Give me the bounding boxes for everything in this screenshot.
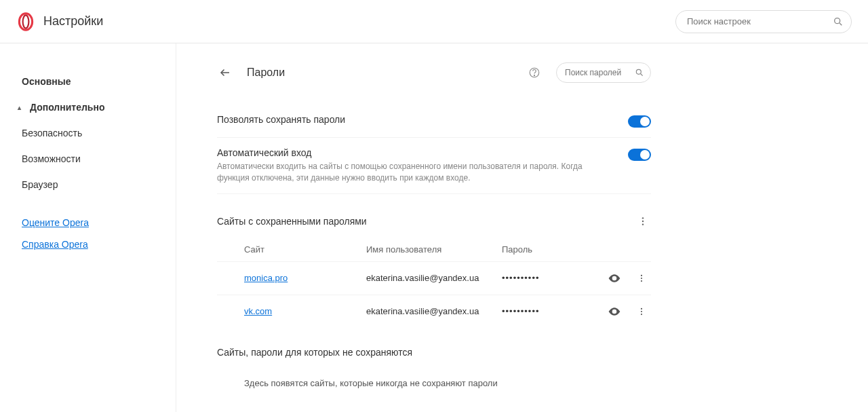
svg-point-17 xyxy=(641,307,642,309)
svg-point-15 xyxy=(641,280,642,282)
svg-point-13 xyxy=(641,274,642,276)
svg-point-16 xyxy=(613,310,615,312)
svg-point-11 xyxy=(642,223,644,225)
global-search xyxy=(675,10,852,33)
site-link[interactable]: vk.com xyxy=(244,306,272,316)
back-button[interactable] xyxy=(217,64,233,81)
setting-auto-login-title: Автоматический вход xyxy=(217,147,612,158)
topbar: Настройки xyxy=(0,0,868,43)
help-icon[interactable] xyxy=(526,64,542,81)
topbar-left: Настройки xyxy=(16,12,103,31)
saved-passwords-section: Сайты с сохраненными паролями Сайт Имя п… xyxy=(217,213,651,328)
sidebar-link-rate[interactable]: Оцените Opera xyxy=(16,213,159,232)
opera-logo-icon xyxy=(16,12,35,31)
sidebar-item-features[interactable]: Возможности xyxy=(16,148,159,170)
col-pass: Пароль xyxy=(502,244,583,255)
reveal-password-button[interactable] xyxy=(608,305,621,318)
page-header: Пароли xyxy=(217,62,651,83)
sidebar-item-advanced[interactable]: Дополнительно xyxy=(16,96,159,118)
col-user: Имя пользователя xyxy=(366,244,502,255)
user-cell: ekaterina.vasilie@yandex.ua xyxy=(366,273,502,283)
global-search-input[interactable] xyxy=(675,10,852,33)
svg-point-9 xyxy=(642,217,644,219)
svg-point-14 xyxy=(641,278,642,279)
reveal-password-button[interactable] xyxy=(608,271,621,285)
toggle-auto-login[interactable] xyxy=(628,149,651,161)
sidebar-item-browser[interactable]: Браузер xyxy=(16,174,159,195)
page-main-title: Настройки xyxy=(43,14,103,29)
svg-point-7 xyxy=(636,69,641,74)
table-row: monica.pro ekaterina.vasilie@yandex.ua •… xyxy=(217,261,651,295)
page-title: Пароли xyxy=(247,67,518,79)
row-more-button[interactable] xyxy=(635,271,648,285)
password-cell: •••••••••• xyxy=(502,273,583,283)
sidebar-link-help[interactable]: Справка Opera xyxy=(16,235,159,254)
setting-allow-save: Позволять сохранять пароли xyxy=(217,105,651,138)
svg-point-2 xyxy=(835,18,840,23)
col-site: Сайт xyxy=(244,244,366,255)
user-cell: ekaterina.vasilie@yandex.ua xyxy=(366,306,502,316)
setting-auto-login-desc: Автоматически входить на сайты с помощью… xyxy=(217,161,612,184)
section-more-button[interactable] xyxy=(635,213,651,229)
svg-point-12 xyxy=(613,277,615,279)
svg-point-1 xyxy=(23,15,29,28)
main-content: Пароли Позволять сохранять пароли xyxy=(176,43,868,412)
never-section-title: Сайты, пароли для которых не сохраняются xyxy=(217,347,412,358)
body: Основные Дополнительно Безопасность Возм… xyxy=(0,43,868,412)
page-search xyxy=(556,62,651,83)
sidebar-item-main[interactable]: Основные xyxy=(16,71,159,92)
never-section-empty: Здесь появятся сайты, которые никогда не… xyxy=(217,366,651,400)
sidebar-divider xyxy=(16,200,159,213)
search-icon xyxy=(833,16,844,27)
never-save-section: Сайты, пароли для которых не сохраняются… xyxy=(217,347,651,400)
sidebar-item-security[interactable]: Безопасность xyxy=(16,122,159,144)
svg-point-6 xyxy=(534,75,534,76)
site-link[interactable]: monica.pro xyxy=(244,273,288,283)
svg-point-18 xyxy=(641,311,642,312)
saved-section-title: Сайты с сохраненными паролями xyxy=(217,216,367,227)
table-row: vk.com ekaterina.vasilie@yandex.ua •••••… xyxy=(217,295,651,328)
search-icon xyxy=(635,68,644,77)
svg-line-3 xyxy=(840,23,842,25)
svg-point-19 xyxy=(641,314,642,315)
setting-allow-save-title: Позволять сохранять пароли xyxy=(217,114,612,125)
sidebar: Основные Дополнительно Безопасность Возм… xyxy=(0,43,176,412)
password-cell: •••••••••• xyxy=(502,306,583,316)
toggle-allow-save[interactable] xyxy=(628,115,651,128)
svg-line-8 xyxy=(641,74,643,76)
table-header: Сайт Имя пользователя Пароль xyxy=(217,238,651,261)
svg-point-10 xyxy=(642,220,644,221)
row-more-button[interactable] xyxy=(635,305,648,318)
setting-auto-login: Автоматический вход Автоматически входит… xyxy=(217,138,651,194)
